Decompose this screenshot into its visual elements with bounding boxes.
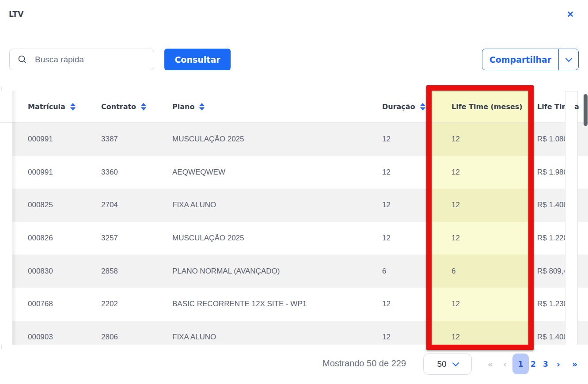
consult-button[interactable]: Consultar bbox=[164, 49, 231, 70]
highlighted-cell-bg bbox=[432, 321, 529, 345]
horizontal-scroll-shadow bbox=[12, 91, 17, 345]
close-icon[interactable]: ✕ bbox=[565, 9, 576, 19]
clipped-header-fragment: a bbox=[574, 91, 579, 122]
scrollbar-thumb[interactable] bbox=[584, 94, 588, 126]
search-box[interactable] bbox=[9, 49, 154, 70]
last-page-button[interactable]: » bbox=[568, 354, 581, 375]
column-header-plano[interactable]: Plano bbox=[172, 91, 205, 122]
pagination-summary: Mostrando 50 de 229 bbox=[322, 358, 406, 369]
sort-icon[interactable] bbox=[420, 103, 425, 110]
data-table: Matrícula Contrato Plano Duração Life Ti… bbox=[0, 91, 588, 345]
sort-icon[interactable] bbox=[199, 103, 205, 110]
sort-icon[interactable] bbox=[70, 103, 76, 110]
highlighted-cell-bg bbox=[432, 288, 529, 321]
table-row: 000768 2202 BASIC RECORRENTE 12X SITE - … bbox=[0, 288, 588, 321]
column-header-duracao[interactable]: Duração bbox=[382, 91, 425, 122]
highlighted-cell-bg bbox=[432, 123, 529, 156]
share-button[interactable]: Compartilhar bbox=[482, 49, 559, 70]
table-row: 000903 2806 FIXA ALUNO 12 12 R$ 1.400 bbox=[0, 321, 588, 345]
table-row: 000991 3387 MUSCULAÇÃO 2025 12 12 R$ 1.0… bbox=[0, 123, 588, 156]
first-page-button[interactable]: « bbox=[484, 354, 497, 375]
page-size-value: 50 bbox=[437, 359, 446, 369]
table-row: 000991 3360 AEQWEQWEW 12 12 R$ 1.980 bbox=[0, 156, 588, 189]
modal-header: LTV ✕ bbox=[0, 0, 588, 28]
highlighted-cell-bg bbox=[432, 222, 529, 255]
page-title: LTV bbox=[9, 10, 24, 19]
table-header-row: Matrícula Contrato Plano Duração Life Ti… bbox=[0, 91, 588, 123]
sort-icon[interactable] bbox=[141, 103, 146, 110]
highlighted-cell-bg bbox=[432, 255, 529, 288]
highlighted-cell-bg bbox=[432, 156, 529, 189]
next-page-button[interactable]: › bbox=[554, 354, 563, 375]
share-dropdown-toggle[interactable] bbox=[559, 49, 578, 70]
table-row: 000825 2704 FIXA ALUNO 12 12 R$ 1.400 bbox=[0, 189, 588, 222]
column-header-contrato[interactable]: Contrato bbox=[101, 91, 146, 122]
table-row: 000830 2858 PLANO NORMAL (AVANÇADO) 6 6 … bbox=[0, 255, 588, 288]
table-vertical-scrollbar-track[interactable] bbox=[565, 91, 578, 345]
column-header-matricula[interactable]: Matrícula bbox=[28, 91, 76, 122]
prev-page-button[interactable]: ‹ bbox=[500, 354, 510, 375]
chevron-down-icon bbox=[565, 55, 572, 62]
share-split-button[interactable]: Compartilhar bbox=[482, 49, 579, 70]
page-button-1[interactable]: 1 bbox=[512, 354, 529, 374]
column-header-lifetime-meses: Life Time (meses) bbox=[451, 91, 523, 122]
page-button-3[interactable]: 3 bbox=[541, 354, 550, 375]
search-input[interactable] bbox=[34, 54, 146, 65]
table-row: 000826 3257 MUSCULAÇÃO 2025 12 12 R$ 1.2… bbox=[0, 222, 588, 255]
highlighted-cell-bg bbox=[432, 189, 529, 222]
column-header-lifetime-valor: Life Tim bbox=[537, 91, 569, 122]
page-button-2[interactable]: 2 bbox=[528, 354, 538, 375]
page-size-select[interactable]: 50 bbox=[423, 354, 472, 375]
search-icon bbox=[18, 55, 27, 64]
chevron-down-icon bbox=[452, 360, 459, 367]
